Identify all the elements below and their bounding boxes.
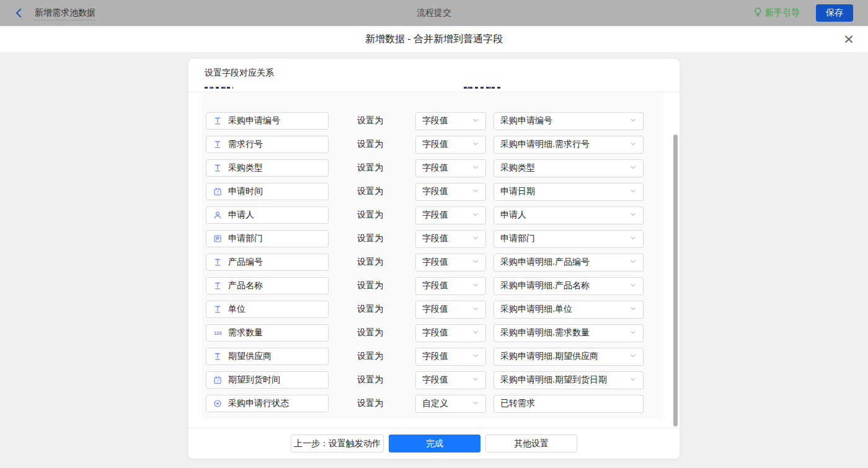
source-field-label: 申请人 xyxy=(228,210,254,221)
chevron-down-icon xyxy=(629,257,637,268)
target-field-value: 采购申请明细.期望供应商 xyxy=(500,351,598,362)
target-field-select[interactable]: 申请日期 xyxy=(494,183,644,201)
field-mapping-card: 设置字段对应关系 采购申请编号 设置为 字段值 采购申请编号 需求行号 设置为 … xyxy=(188,59,680,459)
target-field-value: 采购申请明细.期望到货日期 xyxy=(500,374,607,386)
previous-step-button[interactable]: 上一步：设置触发动作 xyxy=(291,435,384,453)
radio-field-icon xyxy=(213,399,223,408)
set-as-label: 设置为 xyxy=(357,257,383,268)
mode-select-value: 自定义 xyxy=(422,398,448,409)
back-icon[interactable] xyxy=(15,9,24,17)
source-field[interactable]: 产品编号 xyxy=(206,254,329,271)
set-as-label: 设置为 xyxy=(357,139,383,150)
vertical-scrollbar[interactable] xyxy=(673,135,678,426)
target-field-select[interactable]: 采购类型 xyxy=(494,159,644,177)
lightbulb-icon xyxy=(754,7,762,19)
custom-value-input[interactable]: 已转需求 xyxy=(494,395,644,413)
source-field[interactable]: 期望供应商 xyxy=(206,348,329,365)
source-field-label: 单位 xyxy=(228,304,246,315)
source-field-label: 期望供应商 xyxy=(228,351,272,362)
mode-select[interactable]: 字段值 xyxy=(415,112,486,130)
chevron-down-icon xyxy=(629,186,637,197)
mode-select-value: 字段值 xyxy=(422,210,448,221)
flow-title[interactable]: 新增需求池数据 xyxy=(35,6,95,20)
mode-select[interactable]: 字段值 xyxy=(415,183,486,201)
modal-header: 新增数据 - 合并新增到普通字段 × xyxy=(0,26,868,52)
source-field[interactable]: 单位 xyxy=(206,301,329,318)
source-field[interactable]: 需求行号 xyxy=(206,136,329,153)
target-field-select[interactable]: 采购申请明细.产品名称 xyxy=(494,277,644,295)
source-field[interactable]: 采购申请编号 xyxy=(206,112,329,130)
target-field-select[interactable]: 采购申请明细.期望供应商 xyxy=(494,348,644,366)
card-footer: 上一步：设置触发动作 完成 其他设置 xyxy=(188,428,680,459)
source-field[interactable]: 123 需求数量 xyxy=(206,324,329,342)
field-mapping-list: 采购申请编号 设置为 字段值 采购申请编号 需求行号 设置为 字段值 采购申请明… xyxy=(202,92,663,419)
mode-select[interactable]: 自定义 xyxy=(415,395,486,413)
mode-select[interactable]: 字段值 xyxy=(415,159,486,177)
chevron-down-icon xyxy=(472,280,479,291)
chevron-down-icon xyxy=(472,304,479,315)
target-field-select[interactable]: 采购申请明细.需求行号 xyxy=(494,136,644,154)
field-mapping-row: 7 期望到货时间 设置为 字段值 采购申请明细.期望到货日期 xyxy=(206,371,663,389)
date-field-icon: 7 xyxy=(213,375,223,385)
mode-select[interactable]: 字段值 xyxy=(415,324,486,342)
text-field-icon xyxy=(213,304,223,314)
set-as-label: 设置为 xyxy=(357,280,383,291)
target-field-value: 采购申请明细.产品名称 xyxy=(500,280,590,291)
target-field-select[interactable]: 采购申请编号 xyxy=(494,112,644,130)
source-field[interactable]: 申请部门 xyxy=(206,230,329,247)
field-mapping-row: 申请人 设置为 字段值 申请人 xyxy=(206,206,663,224)
close-icon[interactable]: × xyxy=(843,33,855,45)
source-field[interactable]: 采购申请行状态 xyxy=(206,395,329,412)
mode-select[interactable]: 字段值 xyxy=(415,277,486,295)
source-field-label: 需求数量 xyxy=(228,327,263,338)
target-field-select[interactable]: 采购申请明细.单位 xyxy=(494,301,644,319)
target-field-select[interactable]: 采购申请明细.需求数量 xyxy=(494,324,644,342)
mode-select-value: 字段值 xyxy=(422,304,448,315)
set-as-label: 设置为 xyxy=(357,162,383,174)
chevron-down-icon xyxy=(472,327,479,338)
source-field[interactable]: 产品名称 xyxy=(206,277,329,294)
set-as-label: 设置为 xyxy=(357,233,383,244)
target-field-select[interactable]: 采购申请明细.期望到货日期 xyxy=(494,371,644,389)
source-field[interactable]: 7 申请时间 xyxy=(206,183,329,200)
text-field-icon xyxy=(213,116,223,126)
mode-select[interactable]: 字段值 xyxy=(415,254,486,272)
field-mapping-row: 产品编号 设置为 字段值 采购申请明细.产品编号 xyxy=(206,254,663,271)
source-field[interactable]: 申请人 xyxy=(206,206,329,224)
field-mapping-row: 需求行号 设置为 字段值 采购申请明细.需求行号 xyxy=(206,136,663,153)
mode-select[interactable]: 字段值 xyxy=(415,230,486,248)
target-field-value: 采购申请明细.单位 xyxy=(500,304,572,315)
source-field-label: 申请部门 xyxy=(228,233,263,244)
source-field-label: 产品名称 xyxy=(228,280,263,291)
other-settings-button[interactable]: 其他设置 xyxy=(485,435,577,453)
field-mapping-row: 采购申请编号 设置为 字段值 采购申请编号 xyxy=(206,112,663,130)
source-field[interactable]: 7 期望到货时间 xyxy=(206,371,329,389)
set-as-label: 设置为 xyxy=(357,210,383,221)
target-field-value: 采购申请明细.产品编号 xyxy=(500,257,590,268)
target-field-select[interactable]: 申请部门 xyxy=(494,230,644,248)
mode-select[interactable]: 字段值 xyxy=(415,206,486,224)
chevron-down-icon xyxy=(629,304,637,315)
source-field[interactable]: 采购类型 xyxy=(206,159,329,177)
mode-select-value: 字段值 xyxy=(422,374,448,386)
field-mapping-row: 产品名称 设置为 字段值 采购申请明细.产品名称 xyxy=(206,277,663,294)
mode-select-value: 字段值 xyxy=(422,257,448,268)
mode-select[interactable]: 字段值 xyxy=(415,348,486,366)
target-field-select[interactable]: 申请人 xyxy=(494,206,644,224)
mode-select[interactable]: 字段值 xyxy=(415,136,486,154)
mode-select[interactable]: 字段值 xyxy=(415,371,486,389)
save-button[interactable]: 保存 xyxy=(816,4,853,22)
mode-select-value: 字段值 xyxy=(422,327,448,338)
chevron-down-icon xyxy=(472,233,479,244)
mode-select[interactable]: 字段值 xyxy=(415,301,486,319)
field-mapping-row: 采购类型 设置为 字段值 采购类型 xyxy=(206,159,663,177)
done-button[interactable]: 完成 xyxy=(389,435,480,453)
mode-select-value: 字段值 xyxy=(422,115,448,126)
field-mapping-row: 申请部门 设置为 字段值 申请部门 xyxy=(206,230,663,247)
beginner-guide-button[interactable]: 新手引导 xyxy=(754,7,800,19)
mode-select-value: 字段值 xyxy=(422,233,448,244)
section-title: 设置字段对应关系 xyxy=(205,68,274,79)
clipped-column-header-right xyxy=(464,86,501,89)
set-as-label: 设置为 xyxy=(357,374,383,386)
target-field-select[interactable]: 采购申请明细.产品编号 xyxy=(494,254,644,272)
